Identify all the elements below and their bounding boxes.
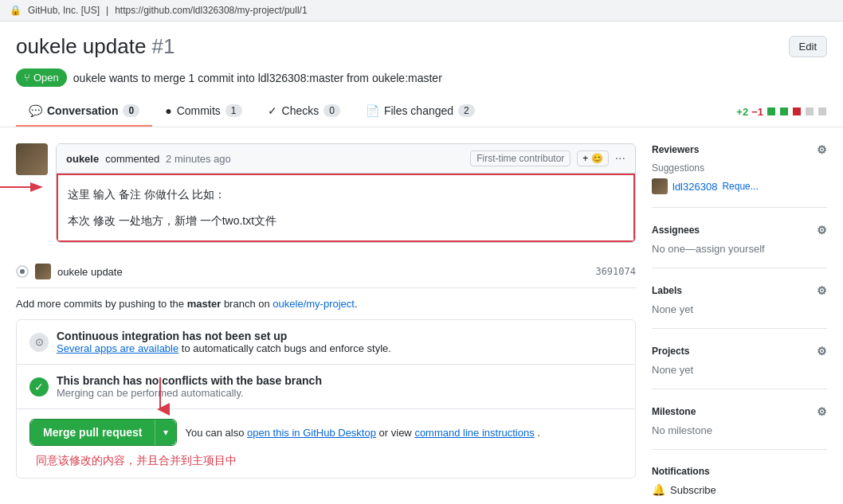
- ci-row-2: ✓ This branch has no conflicts with the …: [17, 365, 635, 409]
- sidebar-projects-title: Projects ⚙: [652, 345, 827, 357]
- reviewer-link[interactable]: Reque...: [722, 181, 758, 192]
- assignees-none: No one—assign yourself: [652, 243, 827, 255]
- lock-icon: 🔒: [10, 5, 22, 16]
- open-icon: ⑂: [24, 72, 30, 84]
- ci-gray-icon: ⊙: [29, 333, 49, 352]
- merge-section: Merge pull request ▾ You can also open t…: [17, 409, 635, 478]
- commit-name: oukele update: [57, 266, 123, 278]
- ci-row1-text: Continuous integration has not been set …: [57, 330, 391, 354]
- comment-avatar: [16, 143, 48, 175]
- repo-link[interactable]: oukele/my-project: [273, 298, 355, 310]
- labels-gear-icon[interactable]: ⚙: [817, 284, 827, 297]
- ci-row2-text: This branch has no conflicts with the ba…: [57, 374, 322, 399]
- sidebar-assignees: Assignees ⚙ No one—assign yourself: [652, 224, 827, 268]
- sidebar-labels-title: Labels ⚙: [652, 284, 827, 297]
- merge-dropdown-button[interactable]: ▾: [155, 420, 176, 445]
- commits-icon: ●: [165, 104, 171, 117]
- subscribe-icon: 🔔: [652, 483, 665, 496]
- comment-time: 2 minutes ago: [166, 153, 231, 165]
- comment-line1: 这里 输入 备注 你做什么 比如：: [68, 185, 624, 205]
- comment-action: commented: [105, 153, 159, 165]
- comment-author: oukele: [66, 153, 99, 165]
- sidebar-notifications: Notifications 🔔 Subscribe: [652, 466, 827, 504]
- commit-avatar: [35, 264, 51, 279]
- tab-conversation[interactable]: 💬 Conversation 0: [16, 96, 152, 127]
- sidebar-labels: Labels ⚙ None yet: [652, 284, 827, 329]
- milestone-gear-icon[interactable]: ⚙: [817, 405, 827, 418]
- merge-row: Merge pull request ▾ You can also open t…: [17, 409, 635, 478]
- sidebar-milestone-title: Milestone ⚙: [652, 405, 827, 418]
- timeline: 修改信息的程序员: [16, 143, 636, 504]
- pr-title: oukele update #1: [16, 34, 175, 59]
- reviewer-name[interactable]: ldl326308: [672, 181, 717, 193]
- sidebar: Reviewers ⚙ Suggestions ldl326308 Reque.…: [652, 143, 827, 504]
- diff-stats: +2 −1: [736, 106, 827, 118]
- ci-row2-title: This branch has no conflicts with the ba…: [57, 374, 322, 387]
- ci-row1-sub: Several apps are available to automatica…: [57, 342, 391, 354]
- sidebar-assignees-title: Assignees ⚙: [652, 224, 827, 236]
- diff-block-gray2: [818, 107, 826, 115]
- ci-box: ⊙ Continuous integration has not been se…: [16, 319, 636, 479]
- comment-content: 这里 输入 备注 你做什么 比如： 本次 修改 一处地方，新增 一个two.tx…: [57, 174, 635, 242]
- base-branch[interactable]: ldl326308:master: [258, 72, 343, 84]
- sidebar-reviewers-title: Reviewers ⚙: [652, 143, 827, 156]
- github-desktop-link[interactable]: open this in GitHub Desktop: [247, 427, 376, 439]
- ci-apps-link[interactable]: Several apps are available: [57, 342, 178, 354]
- merge-pull-request-button[interactable]: Merge pull request: [30, 420, 155, 445]
- reviewers-gear-icon[interactable]: ⚙: [817, 143, 827, 156]
- merge-annotation: 同意该修改的内容，并且合并到主项目中: [36, 454, 237, 468]
- files-icon: 📄: [366, 104, 379, 117]
- company-label: GitHub, Inc. [US]: [28, 5, 100, 16]
- diff-block-gray1: [806, 107, 814, 115]
- commit-hash: 3691074: [595, 266, 636, 277]
- ci-green-icon: ✓: [29, 377, 49, 397]
- edit-button[interactable]: Edit: [789, 36, 827, 57]
- head-branch[interactable]: oukele:master: [372, 72, 442, 84]
- comment-body: oukele commented 2 minutes ago First-tim…: [56, 143, 636, 243]
- sidebar-reviewers: Reviewers ⚙ Suggestions ldl326308 Reque.…: [652, 143, 827, 208]
- more-button[interactable]: ···: [615, 151, 625, 166]
- ci-row1-title: Continuous integration has not been set …: [57, 330, 391, 342]
- merge-helper-text: You can also open this in GitHub Desktop…: [185, 427, 539, 439]
- sidebar-projects: Projects ⚙ None yet: [652, 345, 827, 389]
- subscribe-row: 🔔 Subscribe: [652, 483, 827, 496]
- browser-bar: 🔒 GitHub, Inc. [US] | https://github.com…: [0, 0, 843, 21]
- ci-row2-sub: Merging can be performed automatically.: [57, 387, 322, 399]
- sidebar-notifications-title: Notifications: [652, 466, 827, 477]
- sidebar-reviewer-row: ldl326308 Reque...: [652, 178, 827, 194]
- reviewer-avatar: [652, 178, 668, 194]
- labels-none: None yet: [652, 303, 827, 315]
- contributor-badge: First-time contributor: [470, 150, 570, 166]
- comment-line2: 本次 修改 一处地方，新增 一个two.txt文件: [68, 211, 624, 231]
- cmd-link[interactable]: command line instructions: [414, 427, 534, 439]
- ci-row-1: ⊙ Continuous integration has not been se…: [17, 320, 635, 365]
- tabs-row: 💬 Conversation 0 ● Commits 1 ✓ Checks 0 …: [0, 96, 843, 127]
- diff-block-green1: [767, 107, 775, 115]
- info-text: Add more commits by pushing to the maste…: [16, 298, 636, 310]
- milestone-none: No milestone: [652, 424, 827, 436]
- merge-btn-group: Merge pull request ▾: [29, 419, 177, 446]
- tab-commits[interactable]: ● Commits 1: [152, 96, 254, 127]
- diff-block-red: [793, 107, 801, 115]
- emoji-button[interactable]: + 😊: [577, 150, 608, 166]
- tab-checks[interactable]: ✓ Checks 0: [255, 96, 353, 127]
- comment-header-right: First-time contributor + 😊 ···: [470, 150, 625, 166]
- sidebar-milestone: Milestone ⚙ No milestone: [652, 405, 827, 450]
- projects-gear-icon[interactable]: ⚙: [817, 345, 827, 357]
- left-arrow-svg: [0, 175, 48, 199]
- url-display: https://github.com/ldl326308/my-project/…: [115, 5, 307, 16]
- open-badge: ⑂ Open: [16, 68, 67, 87]
- tab-files-changed[interactable]: 📄 Files changed 2: [353, 96, 488, 127]
- reviewers-suggestions: Suggestions: [652, 162, 827, 174]
- pr-title-row: oukele update #1 Edit: [0, 21, 843, 65]
- checks-icon: ✓: [268, 104, 277, 117]
- diff-block-green2: [780, 107, 788, 115]
- subscribe-label: Subscribe: [670, 484, 716, 496]
- assignees-gear-icon[interactable]: ⚙: [817, 224, 827, 236]
- pr-meta-text: oukele wants to merge 1 commit into ldl3…: [73, 72, 442, 84]
- separator: |: [106, 5, 108, 16]
- comment-header: oukele commented 2 minutes ago First-tim…: [57, 144, 635, 174]
- timeline-icon: [16, 265, 29, 278]
- pr-meta: ⑂ Open oukele wants to merge 1 commit in…: [0, 65, 843, 96]
- main-layout: 修改信息的程序员: [0, 127, 843, 504]
